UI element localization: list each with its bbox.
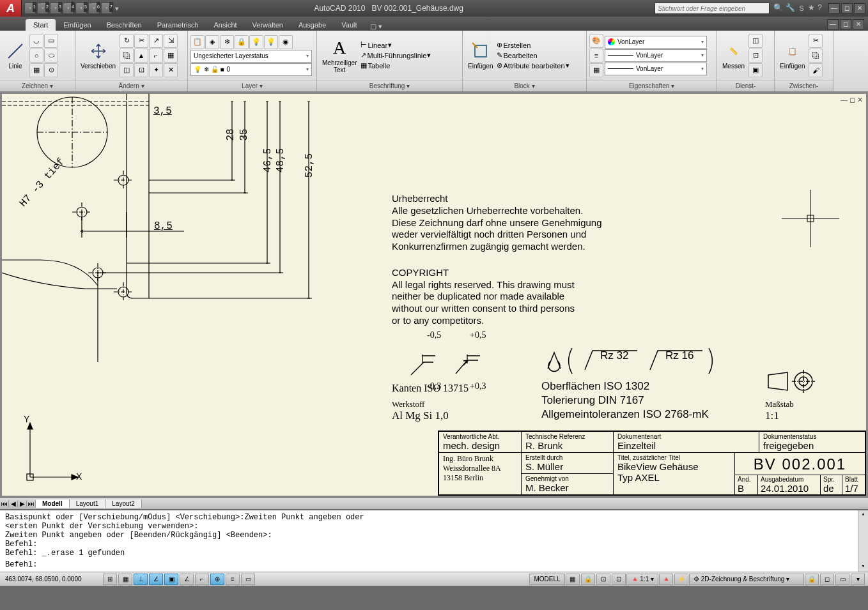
tab-last-icon[interactable]: ⏭ bbox=[27, 500, 36, 507]
layer-prop-button[interactable]: 📋 bbox=[190, 35, 205, 49]
qat-btn-6[interactable]: ▫6 bbox=[88, 3, 100, 14]
annoscale-dropdown[interactable]: 🔺 1:1 ▾ bbox=[626, 574, 658, 585]
rect-button[interactable]: ▭ bbox=[44, 34, 58, 48]
point-button[interactable]: ⊙ bbox=[44, 63, 58, 77]
doc-maximize-button[interactable]: ◻ bbox=[840, 19, 851, 29]
list-button[interactable]: ≡ bbox=[589, 49, 603, 63]
vp-lock-button[interactable]: 🔒 bbox=[581, 574, 595, 585]
layer-state-dropdown[interactable]: Ungesicherter Layerstatus bbox=[190, 50, 312, 63]
lineweight-dropdown[interactable]: VonLayer bbox=[605, 49, 707, 62]
d3-button[interactable]: ▣ bbox=[748, 63, 763, 77]
help-icon[interactable]: ? bbox=[818, 3, 822, 14]
drawing-canvas[interactable]: 3,5 28 35 46,5 48,5 52,5 8,5 H7 -3 tief … bbox=[2, 94, 866, 496]
layer-freeze-button[interactable]: ❄ bbox=[220, 35, 234, 49]
tab-beschriften[interactable]: Beschriften bbox=[99, 19, 150, 31]
panel-title-eigenschaften[interactable]: Eigenschaften ▾ bbox=[587, 80, 717, 91]
vp-grid-button[interactable]: ▦ bbox=[566, 574, 580, 585]
d2-button[interactable]: ⊡ bbox=[748, 49, 763, 63]
color-dropdown[interactable]: VonLayer bbox=[605, 36, 707, 49]
qat-btn-2[interactable]: ▫2 bbox=[37, 3, 49, 14]
panel-title-dienst[interactable]: Dienst- bbox=[717, 80, 774, 91]
vp-s2-button[interactable]: ⊡ bbox=[612, 574, 626, 585]
anno-vis-button[interactable]: 🔺 bbox=[659, 574, 673, 585]
layer-off-button[interactable]: 💡 bbox=[249, 35, 263, 49]
osnap-button[interactable]: ▣ bbox=[164, 574, 178, 585]
cut-button[interactable]: ✂ bbox=[809, 34, 823, 48]
tab-first-icon[interactable]: ⏮ bbox=[0, 500, 9, 507]
linear-dim-button[interactable]: ⊢Linear ▾ bbox=[360, 41, 431, 49]
close-button[interactable]: ✕ bbox=[854, 3, 865, 13]
explode-button[interactable]: ✦ bbox=[149, 63, 163, 77]
maximize-button[interactable]: ◻ bbox=[841, 3, 853, 13]
panel-title-aendern[interactable]: Ändern ▾ bbox=[75, 80, 187, 91]
hatch-button[interactable]: ▦ bbox=[29, 63, 43, 77]
prop-button[interactable]: ▦ bbox=[589, 63, 603, 77]
snap-button[interactable]: ⊞ bbox=[103, 574, 117, 585]
coordinates[interactable]: 463.0074, 68.0590, 0.0000 bbox=[0, 576, 102, 583]
tab-ansicht[interactable]: Ansicht bbox=[206, 19, 245, 31]
doc-close-button[interactable]: ✕ bbox=[853, 19, 864, 29]
dyn-button[interactable]: ⊕ bbox=[210, 574, 224, 585]
linie-button[interactable]: Linie bbox=[3, 40, 28, 71]
vp-s-button[interactable]: ⊡ bbox=[596, 574, 610, 585]
tab-layout2[interactable]: Layout2 bbox=[105, 499, 142, 508]
clean-button[interactable]: ▭ bbox=[835, 574, 849, 585]
copy-button[interactable]: ⿻ bbox=[120, 49, 134, 63]
text-button[interactable]: A Mehrzeiliger Text bbox=[320, 36, 359, 75]
layer-iso-button[interactable]: ◈ bbox=[205, 35, 219, 49]
tab-next-icon[interactable]: ▶ bbox=[18, 500, 27, 507]
qat-btn-5[interactable]: ▫5 bbox=[75, 3, 87, 14]
ellipse-button[interactable]: ⬭ bbox=[44, 49, 58, 63]
block-create-button[interactable]: ⊕Erstellen bbox=[497, 41, 569, 49]
view-close-icon[interactable]: ✕ bbox=[857, 96, 863, 104]
table-button[interactable]: ▦Tabelle bbox=[360, 61, 431, 70]
tab-parametrisch[interactable]: Parametrisch bbox=[150, 19, 206, 31]
extend-button[interactable]: ↗ bbox=[149, 34, 163, 48]
qat-btn-4[interactable]: ▫4 bbox=[63, 3, 74, 14]
tab-prev-icon[interactable]: ◀ bbox=[9, 500, 18, 507]
help-search-input[interactable] bbox=[655, 3, 770, 14]
erase-button[interactable]: ✕ bbox=[164, 63, 178, 77]
arc-button[interactable]: ◡ bbox=[29, 34, 43, 48]
tab-modell[interactable]: Modell bbox=[36, 499, 70, 508]
mleader-button[interactable]: ↗Multi-Führungslinie ▾ bbox=[360, 51, 431, 59]
panel-title-beschriftung[interactable]: Beschriftung ▾ bbox=[317, 80, 462, 91]
workspace-dropdown[interactable]: ⚙ 2D-Zeichnung & Beschriftung ▾ bbox=[689, 574, 804, 585]
star-icon[interactable]: ★ bbox=[808, 3, 815, 14]
trim-button[interactable]: ✂ bbox=[134, 34, 148, 48]
qp-button[interactable]: ▭ bbox=[241, 574, 255, 585]
circle-button[interactable]: ○ bbox=[29, 49, 43, 63]
d1-button[interactable]: ◫ bbox=[748, 34, 763, 48]
layer-match-button[interactable]: ◉ bbox=[279, 35, 293, 49]
block-insert-button[interactable]: Einfügen bbox=[465, 40, 495, 71]
qat-btn-7[interactable]: ▫7 bbox=[101, 3, 112, 14]
ribbon-expand-icon[interactable]: ▢ ▾ bbox=[365, 22, 387, 31]
block-attr-button[interactable]: ⊗Attribute bearbeiten ▾ bbox=[497, 61, 569, 70]
messen-button[interactable]: 📏 Messen bbox=[720, 40, 747, 71]
tab-layout1[interactable]: Layout1 bbox=[70, 499, 106, 508]
polar-button[interactable]: ∠ bbox=[149, 574, 163, 585]
grid-button[interactable]: ▦ bbox=[118, 574, 132, 585]
panel-title-clip[interactable]: Zwischen- bbox=[775, 80, 833, 91]
copy-clip-button[interactable]: ⿻ bbox=[809, 49, 823, 63]
rotate-button[interactable]: ↻ bbox=[120, 34, 134, 48]
view-max-icon[interactable]: ◻ bbox=[849, 96, 855, 104]
mirror-button[interactable]: ▲ bbox=[134, 49, 148, 63]
tab-einfuegen[interactable]: Einfügen bbox=[56, 19, 98, 31]
qat-btn-1[interactable]: ▫1 bbox=[24, 3, 36, 14]
wrench-icon[interactable]: 🔧 bbox=[786, 3, 795, 14]
sbar-icon[interactable]: Ｓ bbox=[798, 3, 805, 14]
linetype-dropdown[interactable]: VonLayer bbox=[605, 63, 707, 75]
hw-button[interactable]: ◻ bbox=[820, 574, 834, 585]
tab-start[interactable]: Start bbox=[26, 19, 56, 31]
panel-title-block[interactable]: Block ▾ bbox=[463, 80, 586, 91]
qat-dropdown-icon[interactable]: ▾ bbox=[114, 4, 120, 13]
qat-btn-3[interactable]: ▫3 bbox=[50, 3, 61, 14]
otrack-button[interactable]: ∠ bbox=[180, 574, 194, 585]
ws-lock-button[interactable]: 🔒 bbox=[805, 574, 819, 585]
array-button[interactable]: ▦ bbox=[164, 49, 178, 63]
model-space-button[interactable]: MODELL bbox=[529, 574, 564, 585]
tab-vault[interactable]: Vault bbox=[334, 19, 364, 31]
cmd-scrollbar[interactable]: ▴ ▾ bbox=[858, 510, 868, 572]
layer-lock-button[interactable]: 🔒 bbox=[235, 35, 249, 49]
